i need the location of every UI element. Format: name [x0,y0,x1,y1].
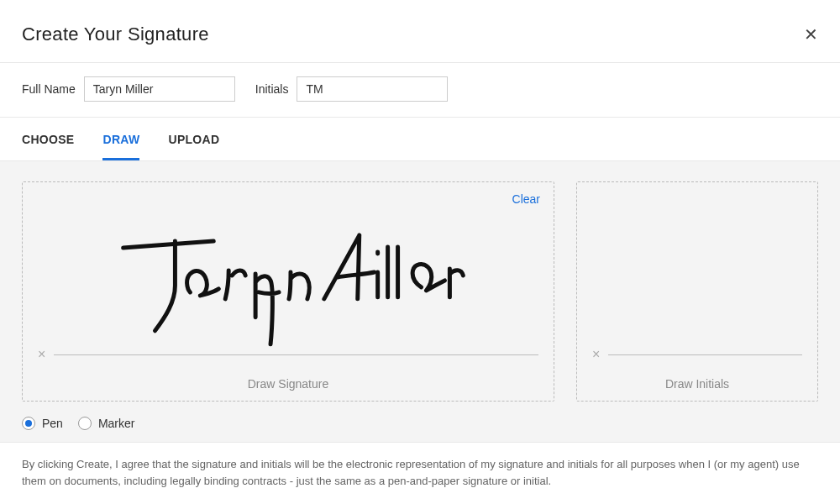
initials-line [608,354,802,355]
initials-canvas[interactable] [577,182,817,347]
tab-choose[interactable]: CHOOSE [22,118,74,160]
signature-draw-panel[interactable]: Clear × [22,181,554,402]
full-name-label: Full Name [22,82,76,96]
dialog-title: Create Your Signature [22,24,209,45]
pen-label: Pen [42,417,63,430]
x-icon: × [38,347,45,362]
tab-draw[interactable]: DRAW [102,118,139,160]
initials-caption: Draw Initials [592,377,802,391]
marker-label: Marker [98,417,135,430]
signature-caption: Draw Signature [38,377,538,391]
close-icon[interactable]: ✕ [804,26,818,43]
pen-radio[interactable]: Pen [22,417,63,430]
legal-disclaimer: By clicking Create, I agree that the sig… [0,442,840,503]
initials-label: Initials [255,82,289,96]
marker-radio[interactable]: Marker [78,417,135,430]
radio-icon [78,417,92,430]
initials-input[interactable] [297,76,448,102]
x-icon: × [592,347,600,362]
full-name-field-wrap: Full Name [22,76,235,102]
signature-canvas[interactable] [23,182,554,347]
full-name-input[interactable] [84,76,235,102]
radio-icon [22,417,35,430]
signature-line [54,354,538,355]
tab-upload[interactable]: UPLOAD [168,118,219,160]
initials-field-wrap: Initials [255,76,449,102]
initials-draw-panel[interactable]: × Draw Initials [576,181,818,402]
clear-signature-button[interactable]: Clear [512,192,540,206]
